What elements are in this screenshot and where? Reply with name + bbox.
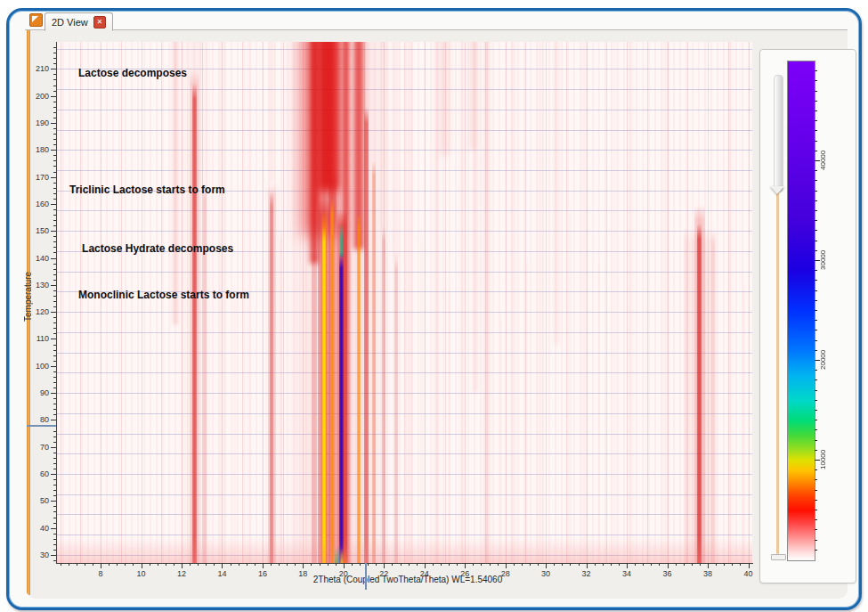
y-minor-tick [53,345,56,346]
y-minor-tick [53,301,56,302]
x-minor-tick [724,563,725,566]
x-minor-tick [530,563,531,566]
grid-line-vertical [587,42,588,563]
y-minor-tick [53,236,56,237]
x-major-tick [708,563,709,568]
annotation: Monoclinic Lactose starts to form [78,289,249,301]
y-minor-tick [53,485,56,486]
heat-band [382,225,385,563]
y-major-tick [51,96,56,97]
annotation: Lactose decomposes [78,67,187,79]
heat-band [461,42,464,563]
intensity-slider-track-lower[interactable] [776,191,779,554]
colorbar-minor-tick [815,350,817,351]
x-minor-tick [352,563,353,566]
annotation: Lactose Hydrate decomposes [82,242,233,255]
colorbar-minor-tick [815,540,817,541]
heat-band [203,183,207,563]
y-minor-tick [53,361,56,362]
tab-2d-view[interactable]: 2D View ✕ [45,12,113,31]
colorbar-minor-tick [815,280,817,281]
y-tick-label: 190 [26,118,49,127]
y-minor-tick [53,247,56,248]
colorbar-minor-tick [815,479,817,480]
heat-band [697,223,702,563]
intensity-slider-thumb[interactable] [770,186,784,194]
heat-band [555,42,558,345]
colorbar-minor-tick [815,241,817,241]
y-minor-tick [53,463,56,464]
colorbar-minor-tick [815,429,817,430]
y-tick-label: 40 [26,524,49,533]
x-major-tick [182,563,183,568]
grid-line-vertical [749,42,750,563]
intensity-slider-track[interactable] [774,75,783,192]
heat-band [294,42,296,563]
x-minor-tick [490,563,491,566]
heat-band [645,225,648,563]
heat-band [409,42,411,563]
x-minor-tick [93,563,93,566]
heatmap-plot-area[interactable]: Lactose decomposesTriclinic Lactose star… [56,42,752,563]
heat-band [312,252,317,563]
y-minor-tick [53,252,56,253]
x-tick-label: 40 [737,569,760,578]
grid-line-vertical [606,42,607,563]
y-major-tick [51,420,56,420]
heat-band [597,252,600,563]
y-minor-tick [53,317,56,318]
y-minor-tick [53,409,56,410]
close-icon[interactable]: ✕ [93,16,106,29]
x-tick-label: 12 [170,569,193,578]
y-minor-tick [53,269,56,270]
undock-icon[interactable] [29,13,43,27]
colorbar-minor-tick [815,490,817,491]
x-minor-tick [619,563,620,566]
heat-band [394,252,398,563]
y-major-tick [51,555,56,556]
y-tick-label: 150 [26,226,49,235]
y-minor-tick [53,107,56,108]
x-minor-tick [61,563,61,566]
grid-line-vertical [121,42,122,563]
heat-band [372,160,376,563]
heat-band [280,225,282,563]
y-tick-label: 100 [26,362,49,371]
heat-band [539,42,541,563]
y-minor-tick [53,274,56,275]
grid-line-vertical [142,42,142,563]
y-axis-title: Temperature [23,248,36,346]
grid-line-vertical [627,42,628,563]
application-window: 2D View ✕ Lactose decomposesTriclinic La… [0,0,868,612]
x-major-tick [546,563,547,568]
grid-line-vertical [425,42,426,563]
colorbar-minor-tick [815,420,817,420]
grid-line-vertical [506,42,507,563]
y-minor-tick [53,458,56,459]
heat-band [485,42,489,563]
y-minor-tick [53,322,56,323]
x-minor-tick [562,563,563,566]
y-minor-tick [53,539,56,540]
intensity-slider-min-thumb[interactable] [771,554,786,560]
x-minor-tick [255,563,256,566]
grid-line-vertical [263,42,264,563]
colorbar-minor-tick [815,70,817,71]
x-tick-label: 14 [210,569,233,578]
y-minor-tick [53,155,56,156]
x-minor-tick [659,563,660,566]
heat-band [525,252,528,563]
x-minor-tick [611,563,612,566]
heat-band [382,42,385,231]
heat-band [512,42,515,563]
x-tick-label: 34 [615,569,638,578]
y-tick-label: 160 [26,200,49,208]
x-minor-tick [166,563,166,566]
x-minor-tick [481,563,482,566]
y-tick-label: 80 [26,415,49,424]
y-major-tick [51,366,56,367]
heat-band [322,225,326,563]
grid-line-horizontal [56,89,752,90]
y-minor-tick [53,453,56,453]
colorbar-tick-label: 10000 [819,438,830,481]
